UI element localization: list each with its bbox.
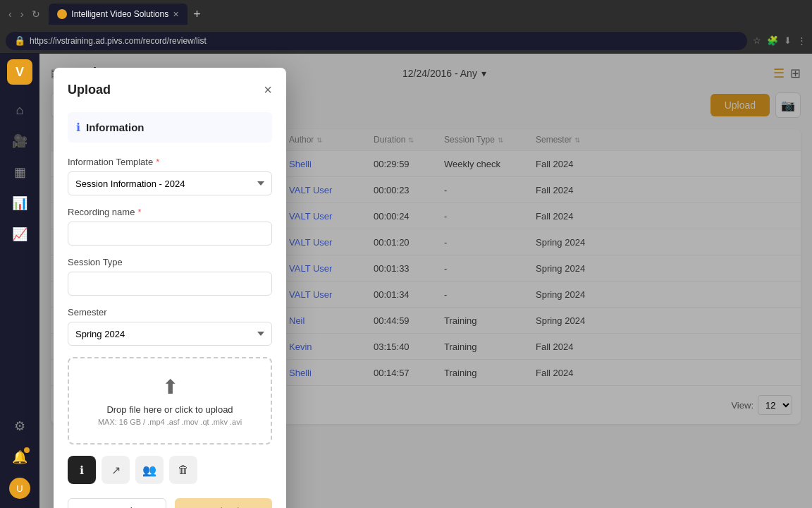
modal-close-button[interactable]: × — [264, 82, 272, 98]
session-type-input[interactable] — [68, 272, 272, 296]
session-type-label: Session Type — [68, 257, 272, 267]
modal-header: Upload × — [68, 82, 272, 98]
sidebar-item-grid[interactable]: ▦ — [6, 158, 34, 186]
tab-close-icon[interactable]: ✕ — [173, 10, 179, 19]
info-section-title: Information — [86, 121, 144, 133]
action-icons-row: ℹ ↗ 👥 🗑 — [68, 456, 272, 484]
upload-modal: Upload × ℹ Information Information Templ… — [54, 68, 286, 508]
recording-name-label: Recording name * — [68, 207, 272, 217]
cancel-button[interactable]: Cancel — [68, 498, 166, 508]
lock-icon: 🔒 — [14, 35, 25, 46]
app-container: V ⌂ 🎥 ▦ 📊 📈 ⚙ 🔔 U Upload × ℹ Information — [0, 54, 812, 508]
nav-arrows: ‹ › ↻ — [6, 7, 43, 21]
info-header: ℹ Information — [76, 121, 264, 134]
modal-footer: Cancel Upload — [68, 498, 272, 508]
address-icons: ☆ 🧩 ⬇ ⋮ — [753, 35, 806, 46]
sidebar: V ⌂ 🎥 ▦ 📊 📈 ⚙ 🔔 U — [0, 54, 39, 508]
address-text: https://ivstraining.ad.pivs.com/record/r… — [30, 36, 207, 46]
users-action-button[interactable]: 👥 — [135, 456, 164, 484]
active-tab[interactable]: Intelligent Video Solutions ✕ — [49, 4, 187, 25]
sidebar-item-user[interactable]: U — [6, 474, 34, 502]
info-template-group: Information Template * Session Informati… — [68, 157, 272, 195]
required-star-name: * — [137, 207, 141, 217]
new-tab-button[interactable]: + — [190, 7, 204, 22]
delete-action-button[interactable]: 🗑 — [169, 456, 197, 484]
info-template-select[interactable]: Session Information - 2024 — [68, 171, 272, 195]
session-type-group: Session Type — [68, 257, 272, 296]
browser-tabs: Intelligent Video Solutions ✕ + — [49, 4, 806, 25]
browser-chrome: ‹ › ↻ Intelligent Video Solutions ✕ + — [0, 0, 812, 28]
info-section: ℹ Information — [68, 112, 272, 143]
upload-button[interactable]: Upload — [175, 498, 272, 508]
menu-icon[interactable]: ⋮ — [797, 35, 806, 46]
recording-name-input[interactable] — [68, 222, 272, 246]
modal-title: Upload — [68, 83, 111, 97]
upload-area-label: Drop file here or click to upload — [80, 404, 259, 415]
info-template-label: Information Template * — [68, 157, 272, 167]
share-action-button[interactable]: ↗ — [102, 456, 130, 484]
upload-cloud-icon: ⬆ — [80, 375, 259, 399]
extensions-icon[interactable]: 🧩 — [767, 35, 778, 46]
required-star-template: * — [156, 157, 159, 167]
back-button[interactable]: ‹ — [6, 7, 15, 21]
reload-button[interactable]: ↻ — [29, 7, 43, 21]
info-action-button[interactable]: ℹ — [68, 456, 96, 484]
sidebar-item-analytics[interactable]: 📈 — [6, 220, 34, 248]
main-content: Upload × ℹ Information Information Templ… — [39, 54, 812, 508]
tab-favicon — [57, 9, 67, 19]
recording-name-group: Recording name * — [68, 207, 272, 246]
app-logo: V — [7, 59, 32, 85]
download-icon[interactable]: ⬇ — [784, 35, 792, 46]
sidebar-item-home[interactable]: ⌂ — [6, 96, 34, 124]
address-bar[interactable]: 🔒 https://ivstraining.ad.pivs.com/record… — [6, 32, 747, 50]
address-bar-row: 🔒 https://ivstraining.ad.pivs.com/record… — [0, 28, 812, 54]
sidebar-item-video[interactable]: 🎥 — [6, 127, 34, 155]
forward-button[interactable]: › — [18, 7, 27, 21]
sidebar-item-reports[interactable]: 📊 — [6, 189, 34, 217]
semester-group: Semester Spring 2024 — [68, 307, 272, 346]
upload-area-hint: MAX: 16 GB / .mp4 .asf .mov .qt .mkv .av… — [80, 418, 259, 426]
bookmark-icon[interactable]: ☆ — [753, 35, 761, 46]
semester-select[interactable]: Spring 2024 — [68, 322, 272, 346]
sidebar-item-notifications[interactable]: 🔔 — [6, 443, 34, 471]
sidebar-item-settings[interactable]: ⚙ — [6, 412, 34, 440]
file-upload-area[interactable]: ⬆ Drop file here or click to upload MAX:… — [68, 357, 272, 445]
tab-label: Intelligent Video Solutions — [71, 9, 168, 19]
semester-label: Semester — [68, 307, 272, 318]
info-icon: ℹ — [76, 121, 80, 134]
